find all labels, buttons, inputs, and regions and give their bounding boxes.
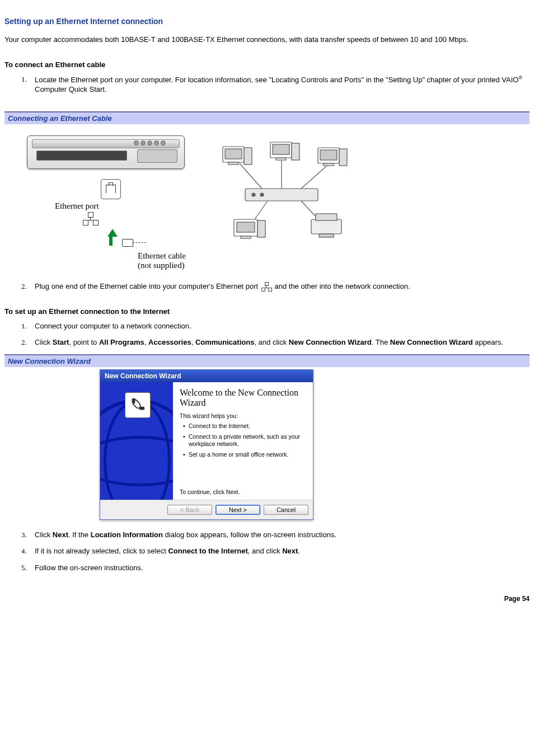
page-title: Setting up an Ethernet Internet connecti… — [4, 17, 530, 26]
t: Click — [35, 338, 53, 346]
b: Location Information — [91, 530, 163, 539]
svg-rect-23 — [257, 220, 265, 237]
b: Start — [53, 338, 69, 346]
back-button[interactable]: < Back — [167, 505, 212, 515]
subheading-connect-cable: To connect an Ethernet cable — [4, 60, 530, 69]
dvd-unit-icon — [27, 135, 185, 169]
svg-rect-13 — [273, 144, 289, 154]
b: New Connection Wizard — [289, 338, 372, 346]
t: , point to — [69, 338, 99, 346]
step-plug-cable: Plug one end of the Ethernet cable into … — [21, 281, 530, 292]
svg-rect-25 — [316, 214, 337, 220]
phone-icon — [125, 392, 151, 418]
steps-connect-cable: Locate the Ethernet port on your compute… — [21, 74, 530, 95]
t: dialog box appears, follow the on-screen… — [163, 530, 336, 539]
svg-rect-22 — [241, 236, 251, 238]
t: If it is not already selected, click to … — [35, 547, 168, 555]
b: Connect to the Internet — [168, 547, 247, 555]
wizard-titlebar: New Connection Wizard — [100, 370, 313, 382]
t: appears. — [473, 338, 503, 346]
subheading-setup-connection: To set up an Ethernet connection to the … — [4, 307, 530, 316]
b: New Connection Wizard — [390, 338, 473, 346]
step-text-tail: Computer Quick Start. — [35, 85, 107, 93]
cable-plug-icon — [122, 239, 133, 247]
svg-rect-19 — [339, 149, 347, 166]
t: . The — [372, 338, 390, 346]
t: . If the — [68, 530, 91, 539]
b: Next — [53, 530, 68, 539]
t: Click — [35, 530, 53, 539]
steps-connect-cable-cont: Plug one end of the Ethernet cable into … — [21, 281, 530, 292]
steps-setup-connection-cont: Click Next. If the Location Information … — [21, 530, 530, 573]
wizard-side-graphic — [100, 382, 173, 500]
network-glyph-icon — [83, 214, 99, 226]
step-select-connect: If it is not already selected, click to … — [21, 546, 530, 556]
b: Accessories — [148, 338, 191, 346]
svg-rect-9 — [225, 149, 242, 159]
svg-rect-17 — [320, 150, 337, 160]
step-locate-port: Locate the Ethernet port on your compute… — [21, 74, 530, 95]
next-button[interactable]: Next > — [216, 505, 260, 515]
device-illustration: Ethernet port — [27, 135, 195, 246]
figure-caption-wizard: New Connection Wizard — [4, 354, 530, 367]
svg-rect-10 — [228, 162, 238, 165]
registered-mark: ® — [518, 75, 522, 81]
network-illustration — [212, 135, 357, 249]
wizard-lead: This wizard helps you: — [180, 412, 306, 419]
page-number: Page 54 — [4, 595, 530, 603]
svg-rect-14 — [276, 158, 286, 160]
svg-rect-18 — [324, 163, 334, 166]
ethernet-port-icon — [101, 179, 121, 199]
wizard-main: Welcome to the New Connection Wizard Thi… — [173, 382, 313, 500]
svg-rect-0 — [245, 189, 318, 201]
svg-rect-15 — [292, 143, 299, 160]
step-connect-network: Connect your computer to a network conne… — [21, 321, 530, 331]
svg-rect-24 — [311, 219, 341, 234]
ethernet-cable-sublabel: (not supplied) — [138, 261, 530, 270]
step-text-b: and the other into the network connectio… — [274, 282, 410, 290]
step-text-a: Plug one end of the Ethernet cable into … — [35, 282, 260, 290]
t: , — [191, 338, 195, 346]
step-click-next: Click Next. If the Location Information … — [21, 530, 530, 540]
svg-rect-21 — [237, 222, 255, 232]
wizard-dialog: New Connection Wizard Welcome to the New… — [100, 369, 313, 520]
wizard-heading: Welcome to the New Connection Wizard — [180, 388, 306, 408]
svg-rect-11 — [244, 148, 252, 165]
t: , and click — [248, 547, 282, 555]
t: , and click — [254, 338, 288, 346]
svg-point-2 — [260, 193, 264, 196]
step-open-wizard: Click Start, point to All Programs, Acce… — [21, 337, 530, 348]
step-follow-instructions: Follow the on-screen instructions. — [21, 563, 530, 573]
svg-line-5 — [301, 166, 326, 189]
wizard-continue: To continue, click Next. — [180, 472, 306, 495]
wizard-bullet: Connect to a private network, such as yo… — [183, 433, 306, 448]
intro-paragraph: Your computer accommodates both 10BASE-T… — [4, 35, 530, 45]
svg-line-3 — [240, 163, 262, 189]
step-text: Locate the Ethernet port on your compute… — [35, 76, 518, 84]
svg-rect-28 — [139, 406, 144, 410]
b: All Programs — [99, 338, 144, 346]
wizard-bullets: Connect to the Internet. Connect to a pr… — [183, 422, 306, 462]
cancel-button[interactable]: Cancel — [264, 505, 308, 515]
wizard-bullet: Set up a home or small office network. — [183, 451, 306, 458]
svg-point-1 — [252, 193, 255, 196]
ethernet-port-label: Ethernet port — [55, 201, 195, 211]
wizard-bullet: Connect to the Internet. — [183, 422, 306, 430]
t: . — [298, 547, 300, 555]
arrow-up-icon — [104, 229, 118, 246]
figure-wizard: New Connection Wizard Welcome to the New… — [100, 369, 530, 520]
b: Next — [282, 547, 298, 555]
b: Communications — [195, 338, 254, 346]
svg-rect-26 — [319, 234, 334, 237]
svg-rect-27 — [132, 398, 135, 403]
ethernet-cable-label: Ethernet cable — [138, 251, 530, 261]
wizard-button-row: < Back Next > Cancel — [100, 500, 313, 519]
network-inline-icon — [261, 283, 271, 291]
figure-ethernet-cable: Ethernet port — [4, 124, 530, 281]
t: , — [144, 338, 148, 346]
figure-caption-ethernet: Connecting an Ethernet Cable — [4, 111, 530, 124]
steps-setup-connection: Connect your computer to a network conne… — [21, 321, 530, 348]
